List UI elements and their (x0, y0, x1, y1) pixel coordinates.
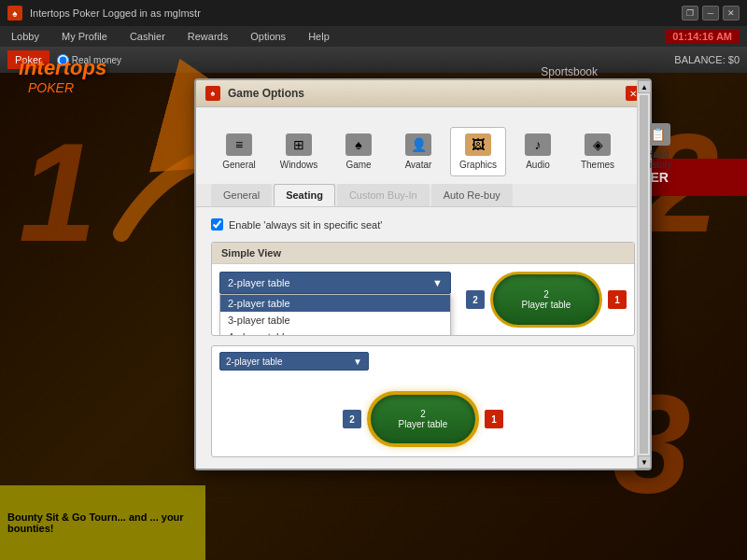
menu-rewards[interactable]: Rewards (184, 29, 232, 44)
tab-auto-rebuy[interactable]: Auto Re-buy (431, 184, 513, 206)
player-table-label-2: Player table (399, 419, 448, 429)
tab-custom-buyin[interactable]: Custom Buy-In (337, 184, 430, 206)
general-icon: ≡ (226, 133, 252, 156)
close-btn[interactable]: ✕ (723, 6, 740, 21)
checkbox-label: Enable 'always sit in specific seat' (229, 219, 382, 231)
themes-label: Themes (581, 160, 614, 170)
minimize-btn[interactable]: ─ (702, 6, 719, 21)
checkbox-row: Enable 'always sit in specific seat' (211, 218, 635, 231)
scroll-up-btn[interactable]: ▲ (638, 80, 651, 93)
poker-toolbar: Poker Real money BALANCE: $0 (0, 47, 747, 73)
windows-label: Windows (280, 160, 318, 170)
seat-btn-left-2[interactable]: 2 (343, 410, 361, 428)
player-table-label-1: Player table (522, 300, 571, 310)
logo-poker: POKER (28, 80, 106, 95)
menu-cashier[interactable]: Cashier (126, 29, 169, 44)
always-sit-checkbox[interactable] (211, 218, 223, 231)
title-bar-text: Intertops Poker Logged in as mglmstr (30, 7, 674, 19)
modal-body: Enable 'always sit in specific seat' Sim… (196, 207, 650, 469)
scroll-thumb[interactable] (640, 95, 648, 454)
icon-audio[interactable]: ♪ Audio (510, 127, 566, 176)
audio-label: Audio (526, 160, 550, 170)
menu-profile[interactable]: My Profile (58, 29, 111, 44)
clock-display: 01:14:16 AM (665, 29, 740, 44)
menu-options[interactable]: Options (247, 29, 289, 44)
dropdown-item-3player[interactable]: 3-player table (220, 312, 450, 329)
balance-display: BALANCE: $0 (674, 54, 740, 65)
icon-graphics[interactable]: 🖼 Graphics (450, 127, 506, 176)
simple-view-box-1: Simple View 2-player table ▼ 2-player ta… (211, 242, 635, 336)
dropdown-item-4player[interactable]: 4-player table (220, 329, 450, 336)
modal-tabs: General Seating Custom Buy-In Auto Re-bu… (196, 184, 650, 207)
title-bar: ♠ Intertops Poker Logged in as mglmstr ❐… (0, 0, 747, 26)
scroll-down-btn[interactable]: ▼ (638, 455, 651, 469)
second-view-content: 2 2 Player table 1 (212, 382, 634, 456)
graphics-label: Graphics (459, 160, 497, 170)
app-icon: ♠ (7, 6, 22, 21)
table-select-area: 2-player table ▼ 2-player table 3-player… (212, 264, 458, 335)
dropdown-row-2: 2-player table ▼ (219, 352, 627, 371)
window-controls[interactable]: ❐ ─ ✕ (682, 6, 740, 21)
seat-btn-left-1[interactable]: 2 (466, 290, 485, 309)
icon-general[interactable]: ≡ General (211, 127, 267, 176)
dropdown-arrow-icon: ▼ (432, 277, 443, 288)
second-table-dropdown[interactable]: 2-player table ▼ (219, 352, 369, 371)
simple-view-content-1: 2-player table ▼ 2-player table 3-player… (212, 264, 634, 335)
second-view-box: 2-player table ▼ 2 2 Player table 1 (211, 345, 635, 457)
table-preview-1: 2 2 Player table 1 (458, 264, 634, 335)
modal-scrollbar[interactable]: ▲ ▼ (637, 80, 650, 469)
avatar-icon: 👤 (405, 133, 431, 156)
audio-icon: ♪ (525, 133, 551, 156)
table-dropdown-trigger[interactable]: 2-player table ▼ (219, 272, 451, 294)
dropdown-item-2player[interactable]: 2-player table (220, 295, 450, 312)
game-options-modal[interactable]: ♠ Game Options ✕ ≡ General ⊞ Windows ♠ G… (194, 78, 652, 470)
seat-btn-right-2[interactable]: 1 (485, 410, 503, 428)
wanted-text: Bounty Sit & Go Tourn... and ... your bo… (7, 511, 198, 534)
tab-seating[interactable]: Seating (274, 184, 335, 206)
icon-game[interactable]: ♠ Game (331, 127, 387, 176)
menu-bar: Lobby My Profile Cashier Rewards Options… (0, 26, 747, 47)
icon-avatar[interactable]: 👤 Avatar (390, 127, 446, 176)
second-dropdown-row: 2-player table ▼ (212, 346, 634, 382)
seat-btn-right-1[interactable]: 1 (608, 290, 627, 309)
modal-icons-row: ≡ General ⊞ Windows ♠ Game 👤 Avatar 🖼 Gr… (196, 107, 650, 176)
game-icon: ♠ (345, 133, 372, 156)
menu-help[interactable]: Help (304, 29, 333, 44)
icon-windows[interactable]: ⊞ Windows (271, 127, 327, 176)
poker-table-2: 2 Player table (367, 391, 479, 447)
modal-title: Game Options (228, 87, 626, 100)
sportsbook-link[interactable]: Sportsbook (541, 65, 598, 78)
decorative-number-1: 1 (19, 112, 96, 273)
menu-lobby[interactable]: Lobby (7, 29, 43, 44)
poker-table-1: 2 Player table (490, 272, 602, 328)
restore-btn[interactable]: ❐ (682, 6, 698, 21)
icon-themes[interactable]: ◈ Themes (570, 127, 626, 176)
tab-general[interactable]: General (211, 184, 272, 206)
modal-app-icon: ♠ (205, 86, 220, 101)
windows-icon: ⊞ (286, 133, 312, 156)
logo-area: intertops POKER (19, 56, 106, 95)
themes-icon: ◈ (585, 133, 611, 156)
second-dropdown-arrow-icon: ▼ (353, 357, 362, 367)
game-label: Game (345, 160, 371, 170)
simple-view-header: Simple View (212, 243, 634, 264)
logo-intertops: intertops (19, 56, 106, 80)
modal-title-bar: ♠ Game Options ✕ (196, 80, 650, 107)
graphics-icon: 🖼 (465, 133, 491, 156)
general-label: General (222, 160, 256, 170)
dropdown-list[interactable]: 2-player table 3-player table 4-player t… (219, 294, 451, 336)
avatar-label: Avatar (405, 160, 432, 170)
wanted-banner: Bounty Sit & Go Tourn... and ... your bo… (0, 485, 205, 560)
